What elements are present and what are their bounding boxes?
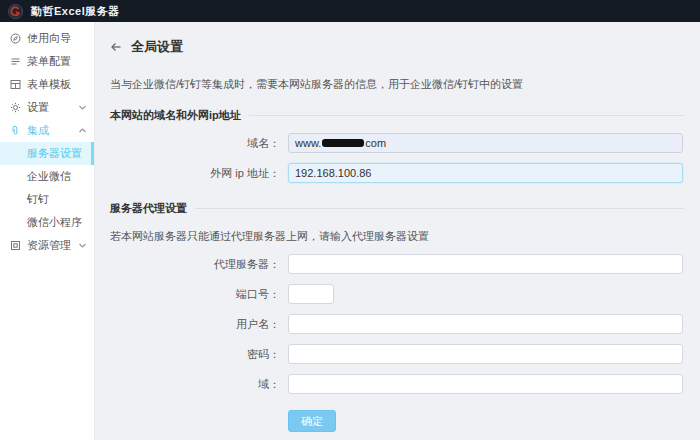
field-row-username: 用户名： bbox=[110, 314, 684, 334]
proxy-server-input[interactable] bbox=[288, 254, 683, 274]
field-row-external-ip: 外网 ip 地址： bbox=[110, 163, 684, 183]
section-title: 本网站的域名和外网ip地址 bbox=[110, 108, 241, 123]
gear-icon bbox=[10, 102, 21, 113]
sidebar-item-label: 表单模板 bbox=[27, 77, 71, 92]
password-label: 密码： bbox=[110, 347, 280, 362]
resource-icon bbox=[10, 240, 21, 251]
proxy-domain-label: 域： bbox=[110, 377, 280, 392]
domain-label: 域名： bbox=[110, 136, 280, 151]
sidebar-item-label: 集成 bbox=[27, 123, 49, 138]
redacted-text bbox=[322, 139, 364, 147]
chevron-down-icon bbox=[78, 103, 87, 112]
proxy-domain-input[interactable] bbox=[288, 374, 683, 394]
link-icon bbox=[10, 125, 21, 136]
sidebar-item-label: 设置 bbox=[27, 100, 49, 115]
sidebar-item-label: 服务器设置 bbox=[27, 146, 82, 161]
domain-value-prefix: www. bbox=[295, 137, 321, 149]
sidebar-item-label: 资源管理 bbox=[27, 238, 71, 253]
sidebar-item-guide[interactable]: 使用向导 bbox=[0, 27, 94, 50]
sidebar-item-integration[interactable]: 集成 bbox=[0, 119, 94, 142]
back-arrow-icon[interactable] bbox=[110, 41, 122, 53]
field-row-password: 密码： bbox=[110, 344, 684, 364]
sidebar-item-label: 企业微信 bbox=[27, 169, 71, 184]
page-title: 全局设置 bbox=[131, 38, 183, 56]
main-content: 全局设置 当与企业微信/钉钉等集成时，需要本网站服务器的信息，用于企业微信/钉钉… bbox=[95, 22, 700, 440]
sidebar-item-server-settings[interactable]: 服务器设置 bbox=[0, 142, 94, 165]
sidebar: 使用向导 菜单配置 表单模板 设置 bbox=[0, 22, 95, 440]
sidebar-item-label: 钉钉 bbox=[27, 192, 49, 207]
proxy-server-label: 代理服务器： bbox=[110, 257, 280, 272]
section-divider bbox=[249, 115, 684, 116]
field-row-port: 端口号： bbox=[110, 284, 684, 304]
chevron-down-icon bbox=[78, 241, 87, 250]
sidebar-submenu: 服务器设置 企业微信 钉钉 微信小程序 bbox=[0, 142, 94, 234]
section-domain-ip: 本网站的域名和外网ip地址 bbox=[110, 108, 684, 123]
port-input[interactable] bbox=[288, 284, 334, 304]
app-logo-icon bbox=[8, 4, 23, 19]
sidebar-item-label: 微信小程序 bbox=[27, 215, 82, 230]
topbar: 勤哲Excel服务器 bbox=[0, 0, 700, 22]
chevron-up-icon bbox=[78, 126, 87, 135]
domain-value-suffix: com bbox=[365, 137, 386, 149]
sidebar-item-form-template[interactable]: 表单模板 bbox=[0, 73, 94, 96]
port-label: 端口号： bbox=[110, 287, 280, 302]
page-description: 当与企业微信/钉钉等集成时，需要本网站服务器的信息，用于企业微信/钉钉中的设置 bbox=[110, 77, 684, 92]
sidebar-item-menu-config[interactable]: 菜单配置 bbox=[0, 50, 94, 73]
external-ip-label: 外网 ip 地址： bbox=[110, 166, 280, 181]
guide-icon bbox=[10, 33, 21, 44]
sidebar-item-wecom[interactable]: 企业微信 bbox=[0, 165, 94, 188]
sidebar-item-wechat-miniprogram[interactable]: 微信小程序 bbox=[0, 211, 94, 234]
sidebar-item-label: 菜单配置 bbox=[27, 54, 71, 69]
username-input[interactable] bbox=[288, 314, 683, 334]
sidebar-item-label: 使用向导 bbox=[27, 31, 71, 46]
proxy-description: 若本网站服务器只能通过代理服务器上网，请输入代理服务器设置 bbox=[110, 229, 684, 244]
menu-config-icon bbox=[10, 56, 21, 67]
page-header: 全局设置 bbox=[110, 38, 684, 56]
sidebar-item-dingtalk[interactable]: 钉钉 bbox=[0, 188, 94, 211]
sidebar-item-settings[interactable]: 设置 bbox=[0, 96, 94, 119]
form-template-icon bbox=[10, 79, 21, 90]
username-label: 用户名： bbox=[110, 317, 280, 332]
field-row-domain: 域名： www. com bbox=[110, 133, 684, 153]
domain-input[interactable]: www. com bbox=[288, 133, 683, 153]
password-input[interactable] bbox=[288, 344, 683, 364]
confirm-button[interactable]: 确定 bbox=[288, 410, 336, 432]
section-title: 服务器代理设置 bbox=[110, 201, 187, 216]
section-proxy: 服务器代理设置 bbox=[110, 201, 684, 216]
external-ip-input[interactable] bbox=[288, 163, 683, 183]
field-row-domain-field: 域： bbox=[110, 374, 684, 394]
button-row: 确定 bbox=[110, 410, 684, 432]
sidebar-item-resource-management[interactable]: 资源管理 bbox=[0, 234, 94, 257]
section-divider bbox=[195, 208, 684, 209]
field-row-proxy-server: 代理服务器： bbox=[110, 254, 684, 274]
app-title: 勤哲Excel服务器 bbox=[31, 4, 120, 19]
